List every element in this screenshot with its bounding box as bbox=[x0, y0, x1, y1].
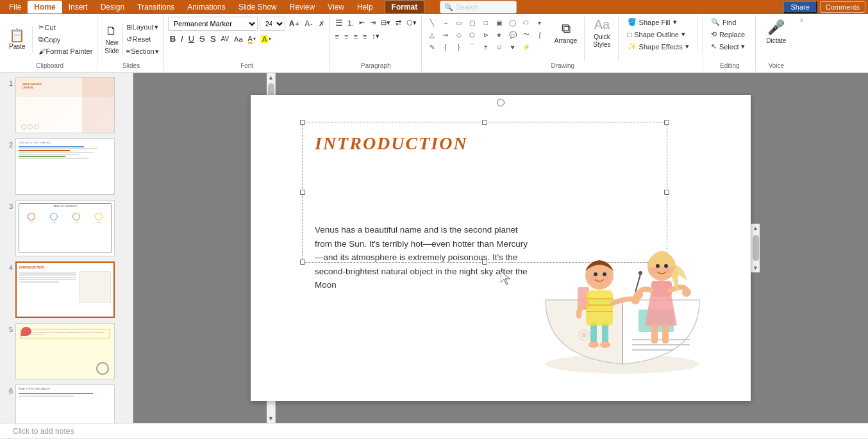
bold-button[interactable]: B bbox=[168, 33, 178, 45]
shape-outline-button[interactable]: □ Shape Outline ▾ bbox=[624, 29, 693, 40]
rect-tool[interactable]: ▭ bbox=[453, 17, 465, 28]
convert-smartart-button[interactable]: ⬡▾ bbox=[405, 17, 419, 28]
text-shadow-button[interactable]: S bbox=[208, 33, 218, 45]
shape-effects-button[interactable]: ✨ Shape Effects ▾ bbox=[624, 41, 693, 52]
slide-thumbnail-5[interactable]: 5 "THIS IS A QUOTE, DOUBLE PULL OF WISDO… bbox=[3, 322, 130, 381]
underline-button[interactable]: U bbox=[187, 33, 196, 45]
font-color-button[interactable]: A ▾ bbox=[246, 33, 258, 45]
shape-fill-button[interactable]: 🪣 Shape Fill ▾ bbox=[624, 17, 693, 28]
star-tool[interactable]: ★ bbox=[493, 29, 506, 40]
new-slide-button[interactable]: 🗋 New Slide bbox=[101, 22, 122, 56]
quick-styles-button[interactable]: Aa QuickStyles bbox=[590, 17, 613, 49]
select-dropdown[interactable]: ▾ bbox=[741, 42, 745, 51]
numbering-button[interactable]: 1. bbox=[346, 18, 356, 28]
text-direction-button[interactable]: ⇄ bbox=[394, 17, 403, 28]
brace-tool[interactable]: } bbox=[453, 41, 465, 53]
tab-transitions[interactable]: Transitions bbox=[131, 1, 181, 13]
select-button[interactable]: ↖ Select ▾ bbox=[707, 41, 753, 52]
round-rect-tool[interactable]: ▢ bbox=[466, 17, 479, 28]
find-button[interactable]: 🔍 Find bbox=[707, 17, 753, 28]
italic-button[interactable]: I bbox=[179, 33, 185, 45]
scroll-down-arrow[interactable]: ▼ bbox=[751, 263, 760, 272]
slide-thumbnail-3[interactable]: 3 TABLE OF CONTENTS Topic Topic bbox=[3, 199, 130, 258]
columns-button[interactable]: ⊟▾ bbox=[379, 17, 392, 28]
tab-animations[interactable]: Animations bbox=[181, 1, 231, 13]
triangle-tool[interactable]: △ bbox=[426, 29, 438, 40]
font-color-dropdown[interactable]: ▾ bbox=[253, 36, 256, 42]
curve-tool[interactable]: ∫ bbox=[533, 29, 546, 40]
handle-bottom-left[interactable] bbox=[300, 260, 305, 265]
handle-top-left[interactable] bbox=[300, 120, 305, 125]
equation-tool[interactable]: ± bbox=[480, 41, 492, 53]
tab-home[interactable]: Home bbox=[28, 1, 62, 13]
layout-button[interactable]: ⊞ Layout ▾ bbox=[124, 22, 161, 33]
highlight-button[interactable]: A ▾ bbox=[259, 34, 273, 44]
scroll-down-arrow-left[interactable]: ▼ bbox=[268, 415, 274, 422]
line-spacing-button[interactable]: ↕▾ bbox=[370, 31, 381, 42]
rotate-handle[interactable] bbox=[497, 99, 505, 106]
paste-button[interactable]: 📋 Paste bbox=[5, 26, 29, 53]
scroll-up-arrow[interactable]: ▲ bbox=[751, 224, 760, 233]
oval-tool[interactable]: ◯ bbox=[506, 17, 519, 28]
font-size-select[interactable]: 24 bbox=[260, 17, 285, 31]
align-left-button[interactable]: ≡ bbox=[333, 31, 341, 42]
decrease-indent-button[interactable]: ⇤ bbox=[357, 17, 367, 28]
shape-outline-dropdown[interactable]: ▾ bbox=[681, 30, 685, 38]
reset-button[interactable]: ↺ Reset bbox=[124, 34, 161, 45]
pentagon-tool[interactable]: ⬠ bbox=[466, 29, 479, 40]
tab-slideshow[interactable]: Slide Show bbox=[232, 1, 283, 13]
align-center-button[interactable]: ≡ bbox=[342, 31, 350, 42]
handle-top-middle[interactable] bbox=[482, 120, 487, 125]
arc-tool[interactable]: ⌒ bbox=[466, 41, 479, 53]
freeform-tool[interactable]: ✎ bbox=[426, 41, 438, 53]
share-button[interactable]: Share bbox=[783, 1, 817, 13]
diamond-tool[interactable]: ◇ bbox=[453, 29, 465, 40]
bracket-tool[interactable]: { bbox=[439, 41, 452, 53]
bullets-button[interactable]: ☰ bbox=[333, 17, 345, 29]
oval2-tool[interactable]: ⬭ bbox=[520, 17, 533, 28]
search-box[interactable]: 🔍 Search bbox=[440, 1, 517, 13]
justify-button[interactable]: ≡ bbox=[361, 31, 369, 42]
tab-file[interactable]: File bbox=[3, 1, 28, 13]
cut-button[interactable]: ✂ Cut bbox=[37, 22, 95, 33]
rect3-tool[interactable]: ▣ bbox=[493, 17, 506, 28]
add-notes-text[interactable]: Click to add notes bbox=[0, 424, 87, 438]
tab-insert[interactable]: Insert bbox=[62, 1, 94, 13]
arrange-button[interactable]: ⧉ Arrange bbox=[551, 17, 581, 49]
notes-area[interactable]: Click to add notes bbox=[0, 423, 868, 439]
rect2-tool[interactable]: □ bbox=[480, 17, 492, 28]
slide-thumbnail-4[interactable]: 4 INTRODUCTION bbox=[3, 260, 130, 319]
slide-title[interactable]: INTRODUCTION bbox=[315, 133, 468, 154]
slide-thumbnail-2[interactable]: 2 CONTENT OF THIS TEMPLATE bbox=[3, 137, 130, 196]
slide-thumbnail-6[interactable]: 6 WHAT IS THIS TOPIC ABOUT? bbox=[3, 383, 130, 423]
tab-format[interactable]: Format bbox=[385, 0, 425, 14]
shape-fill-dropdown[interactable]: ▾ bbox=[673, 18, 677, 26]
slide-body-text[interactable]: Venus has a beautiful name and is the se… bbox=[315, 223, 533, 292]
tab-design[interactable]: Design bbox=[94, 1, 131, 13]
comments-button[interactable]: Comments bbox=[820, 1, 865, 13]
handle-middle-right[interactable] bbox=[664, 190, 669, 195]
chevron-tool[interactable]: ⊳ bbox=[480, 29, 492, 40]
arrow2-tool[interactable]: ⇒ bbox=[439, 29, 452, 40]
more-shapes[interactable]: ▾ bbox=[533, 17, 546, 28]
copy-button[interactable]: ⧉ Copy bbox=[37, 34, 95, 45]
char-spacing-button[interactable]: AV bbox=[219, 34, 231, 44]
increase-font-button[interactable]: A+ bbox=[287, 18, 301, 29]
decrease-font-button[interactable]: A- bbox=[303, 18, 314, 29]
callout-tool[interactable]: 💬 bbox=[506, 29, 519, 40]
arrow-tool[interactable]: → bbox=[439, 17, 452, 28]
replace-button[interactable]: ⟲ Replace bbox=[707, 29, 753, 40]
smiley-tool[interactable]: ☺ bbox=[493, 41, 506, 53]
tab-help[interactable]: Help bbox=[351, 1, 380, 13]
heart-tool[interactable]: ♥ bbox=[506, 41, 519, 53]
handle-middle-left[interactable] bbox=[300, 190, 305, 195]
scroll-thumb[interactable] bbox=[753, 235, 759, 261]
wave-tool[interactable]: 〜 bbox=[520, 29, 533, 40]
section-button[interactable]: ≡ Section ▾ bbox=[124, 46, 161, 57]
change-case-button[interactable]: Aa bbox=[232, 34, 244, 44]
font-family-select[interactable]: Permanent Marker bbox=[168, 17, 258, 31]
increase-indent-button[interactable]: ⇥ bbox=[368, 17, 378, 28]
shape-effects-dropdown[interactable]: ▾ bbox=[685, 42, 689, 51]
tab-review[interactable]: Review bbox=[283, 1, 321, 13]
strikethrough-button[interactable]: S bbox=[197, 33, 207, 45]
